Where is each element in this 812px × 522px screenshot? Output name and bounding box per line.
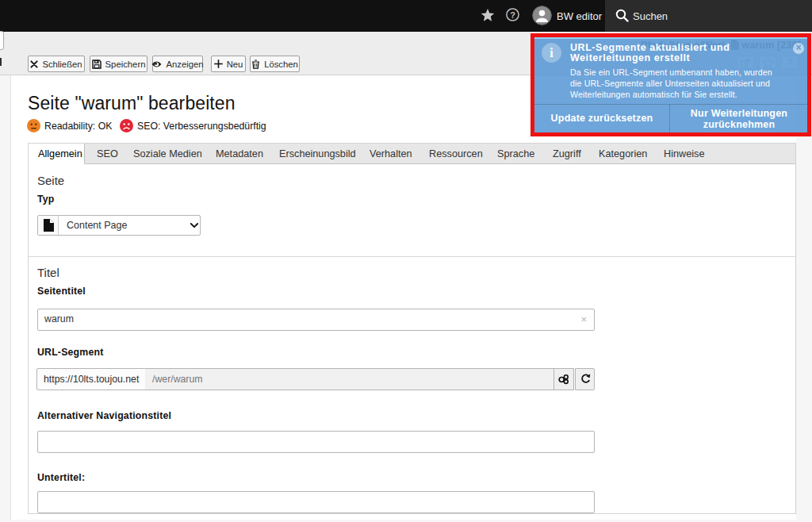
svg-text:?: ?: [510, 10, 515, 20]
